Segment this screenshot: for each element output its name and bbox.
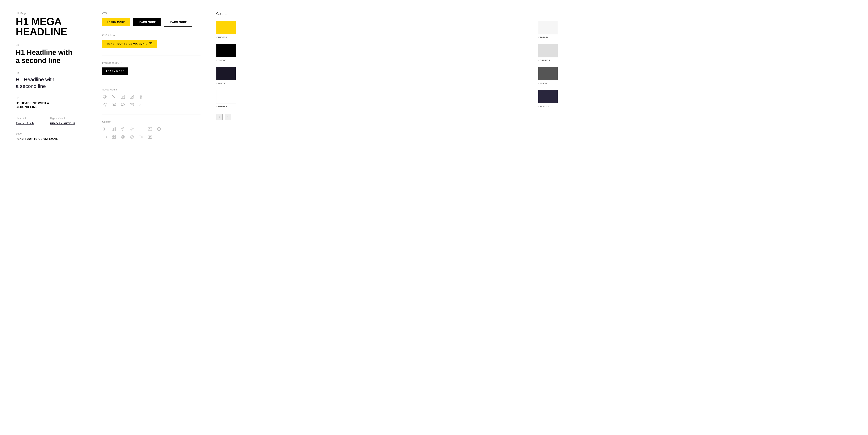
svg-rect-40	[139, 136, 142, 138]
h3-label: H3	[16, 96, 87, 99]
reddit-icon[interactable]	[120, 102, 125, 107]
color-swatch-dedede	[538, 44, 558, 57]
product-cta-button[interactable]: LEARN MORE	[102, 67, 128, 75]
image-icon[interactable]	[148, 126, 153, 132]
location-icon[interactable]	[120, 126, 125, 132]
svg-point-30	[104, 137, 104, 137]
cta-icon-title: CTA + Icon	[102, 34, 200, 36]
cta-black-button[interactable]: LEARN MORE	[133, 18, 161, 26]
svg-rect-18	[112, 129, 113, 130]
social-section: Social Media	[102, 88, 200, 107]
svg-point-42	[149, 136, 151, 137]
globe-2-icon[interactable]	[120, 134, 125, 139]
color-item-1a1727: #1A1727	[216, 67, 530, 85]
hyperlink-in-text-link[interactable]: READ AN ARTICLE	[50, 122, 75, 125]
color-hex-29263d: #29263D	[538, 105, 549, 108]
svg-point-36	[122, 135, 123, 139]
color-item-f6f6f6: #F6F6F6	[538, 21, 852, 39]
color-swatch-1a1727	[216, 67, 236, 81]
h3-text: H1 HEADLINE WITH ASECOND LINE	[16, 101, 87, 109]
target-icon[interactable]	[156, 126, 162, 132]
content-section: Content	[102, 120, 200, 139]
button-section: Button REACH OUT TO US VIA EMAIL	[16, 132, 87, 141]
colors-grid: #FFD504 #F6F6F6 #000000 #DEDEDE #1A1727 …	[216, 21, 852, 108]
lightning-icon[interactable]	[129, 126, 134, 132]
colors-prev-button[interactable]: ‹	[216, 114, 222, 120]
svg-point-17	[104, 128, 105, 129]
color-hex-f6f6f6: #F6F6F6	[538, 36, 549, 39]
svg-point-13	[123, 105, 124, 105]
h1-section: H1 H1 Headline witha second line	[16, 44, 87, 65]
svg-point-1	[103, 95, 106, 98]
hyperlink-in-text-col: Hyperlink in text READ AN ARTICLE	[50, 117, 75, 125]
prohibited-icon[interactable]	[129, 134, 134, 139]
svg-rect-20	[115, 127, 116, 131]
colors-next-button[interactable]: ›	[225, 114, 231, 120]
svg-marker-16	[131, 104, 133, 105]
color-hex-555555: #555555	[538, 82, 548, 85]
profile-icon[interactable]	[148, 134, 153, 139]
color-hex-dedede: #DEDEDE	[538, 59, 550, 62]
grid-icon[interactable]	[111, 134, 116, 139]
email-icon	[149, 42, 152, 46]
cta-yellow-button[interactable]: LEARN MORE	[102, 18, 130, 26]
svg-rect-31	[112, 135, 114, 137]
content-icons-row-1	[102, 126, 200, 132]
settings-icon[interactable]	[102, 126, 107, 132]
cta-section: CTA LEARN MORE LEARN MORE LEARN MORE	[102, 12, 200, 27]
discord-icon[interactable]	[111, 102, 116, 107]
color-swatch-29263d	[538, 90, 558, 104]
hyperlink-link[interactable]: Read an Article	[16, 122, 34, 125]
cta-buttons-row: LEARN MORE LEARN MORE LEARN MORE	[102, 18, 200, 27]
svg-point-14	[124, 104, 124, 104]
svg-rect-34	[114, 137, 115, 139]
product-cta-title: Product card CTA	[102, 61, 200, 64]
svg-rect-8	[130, 95, 134, 98]
color-swatch-white	[216, 90, 236, 104]
colors-column: Colors #FFD504 #F6F6F6 #000000 #DEDEDE #…	[216, 12, 852, 120]
telegram-icon[interactable]	[102, 102, 107, 107]
social-icons-row-1	[102, 94, 200, 99]
h2-text: H1 Headline witha second line	[16, 76, 87, 90]
svg-point-2	[104, 95, 105, 98]
color-swatch-f6f6f6	[538, 21, 558, 34]
filter-icon[interactable]	[138, 126, 144, 132]
svg-point-26	[149, 128, 150, 129]
tiktok-icon[interactable]	[138, 102, 144, 107]
color-item-black: #000000	[216, 44, 530, 62]
svg-point-10	[133, 96, 133, 96]
color-hex-black: #000000	[216, 59, 226, 62]
color-swatch-555555	[538, 67, 558, 81]
twitter-icon[interactable]	[111, 94, 116, 99]
video-icon[interactable]	[138, 134, 144, 139]
bar-chart-icon[interactable]	[111, 126, 116, 132]
button-section-label: Button	[16, 132, 87, 135]
globe-icon[interactable]	[102, 94, 107, 99]
color-item-yellow: #FFD504	[216, 21, 530, 39]
h3-section: H3 H1 HEADLINE WITH ASECOND LINE	[16, 96, 87, 109]
svg-rect-32	[114, 135, 115, 137]
color-hex-1a1727: #1A1727	[216, 82, 226, 85]
divider-2	[102, 82, 200, 82]
linkedin-icon[interactable]	[120, 94, 125, 99]
social-section-title: Social Media	[102, 88, 200, 91]
facebook-icon[interactable]	[138, 94, 144, 99]
svg-point-21	[122, 128, 123, 129]
cta-email-icon-label: REACH OUT TO US VIA EMAIL	[107, 43, 147, 46]
h1-label: H1	[16, 44, 87, 47]
h1-mega-label: H1 Mega	[16, 12, 87, 15]
colors-title: Colors	[216, 12, 852, 16]
svg-rect-41	[148, 135, 152, 139]
svg-point-35	[121, 135, 125, 139]
button-text-link[interactable]: REACH OUT TO US VIA EMAIL	[16, 138, 58, 140]
cta-email-icon-button[interactable]: REACH OUT TO US VIA EMAIL	[102, 40, 157, 48]
content-icons-row-2	[102, 134, 200, 139]
cta-outline-button[interactable]: LEARN MORE	[164, 18, 192, 27]
h2-section: H2 H1 Headline witha second line	[16, 72, 87, 90]
color-swatch-black	[216, 44, 236, 57]
tag-icon[interactable]	[102, 134, 107, 139]
svg-rect-33	[112, 137, 114, 139]
instagram-icon[interactable]	[129, 94, 134, 99]
youtube-icon[interactable]	[129, 102, 134, 107]
h1-mega-section: H1 Mega H1 MEGA HEADLINE	[16, 12, 87, 37]
